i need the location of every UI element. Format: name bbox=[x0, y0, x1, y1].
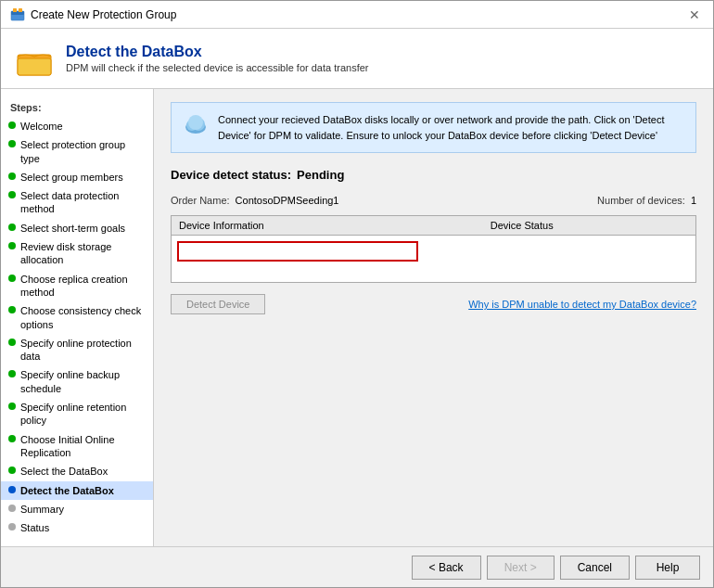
sidebar-item-select-databox[interactable]: Select the DataBox bbox=[1, 462, 153, 480]
sidebar-item-data-protection-method[interactable]: Select data protection method bbox=[1, 186, 153, 219]
sidebar-item-summary[interactable]: Summary bbox=[1, 500, 153, 518]
sidebar-item-online-retention[interactable]: Specify online retention policy bbox=[1, 398, 153, 430]
detect-device-button[interactable]: Detect Device bbox=[171, 294, 265, 314]
dot-replica-creation bbox=[8, 275, 16, 282]
steps-label: Steps: bbox=[1, 98, 153, 117]
dot-protection-group-type bbox=[8, 140, 16, 147]
sidebar-item-label-detect-databox: Detect the DataBox bbox=[20, 484, 114, 497]
device-input-field[interactable] bbox=[177, 241, 418, 262]
device-status-row: Device detect status: Pending bbox=[171, 168, 696, 182]
order-row: Order Name: ContosoDPMSeeding1 Number of… bbox=[171, 195, 696, 206]
num-devices-section: Number of devices: 1 bbox=[597, 195, 696, 206]
title-bar-text: Create New Protection Group bbox=[31, 8, 176, 21]
sidebar-item-label-online-backup-schedule: Specify online backup schedule bbox=[20, 368, 146, 395]
device-status-label: Device detect status: bbox=[171, 168, 291, 182]
header-section: Detect the DataBox DPM will check if the… bbox=[1, 29, 713, 89]
sidebar-item-protection-group-type[interactable]: Select protection group type bbox=[1, 135, 153, 168]
sidebar-item-short-term-goals[interactable]: Select short-term goals bbox=[1, 219, 153, 237]
dot-welcome bbox=[8, 121, 16, 129]
dot-consistency-check bbox=[8, 306, 16, 313]
dot-data-protection-method bbox=[8, 191, 16, 198]
device-status-value: Pending bbox=[297, 168, 344, 182]
sidebar-item-welcome[interactable]: Welcome bbox=[1, 117, 153, 135]
header-title: Detect the DataBox bbox=[66, 44, 368, 60]
table-col1: Device Information bbox=[172, 216, 483, 235]
sidebar-item-label-disk-storage: Review disk storage allocation bbox=[20, 240, 146, 267]
close-button[interactable]: ✕ bbox=[685, 7, 704, 22]
sidebar-item-disk-storage[interactable]: Review disk storage allocation bbox=[1, 237, 153, 270]
sidebar-item-status[interactable]: Status bbox=[1, 518, 153, 537]
window-icon bbox=[10, 7, 25, 22]
info-banner: Connect your recieved DataBox disks loca… bbox=[171, 102, 696, 153]
sidebar-item-label-status: Status bbox=[20, 521, 49, 534]
device-table-body bbox=[172, 236, 695, 282]
order-value: ContosoDPMSeeding1 bbox=[236, 195, 339, 206]
sidebar: Steps: Welcome Select protection group t… bbox=[1, 89, 154, 546]
dot-disk-storage bbox=[8, 242, 16, 249]
dot-detect-databox bbox=[8, 486, 16, 493]
sidebar-item-label-replica-creation: Choose replica creation method bbox=[20, 273, 146, 300]
sidebar-item-label-summary: Summary bbox=[20, 503, 64, 516]
dot-summary bbox=[8, 505, 16, 512]
sidebar-item-label-short-term-goals: Select short-term goals bbox=[20, 222, 125, 235]
sidebar-item-label-initial-online-replication: Choose Initial Online Replication bbox=[20, 433, 146, 460]
why-link[interactable]: Why is DPM unable to detect my DataBox d… bbox=[468, 299, 696, 310]
sidebar-item-label-group-members: Select group members bbox=[20, 171, 123, 184]
detect-button-row: Detect Device Why is DPM unable to detec… bbox=[171, 294, 696, 314]
next-button[interactable]: Next > bbox=[487, 556, 555, 580]
svg-rect-5 bbox=[18, 58, 51, 75]
dot-online-backup-schedule bbox=[8, 370, 16, 377]
main-window: Create New Protection Group ✕ Detect the… bbox=[0, 0, 714, 588]
dot-status bbox=[8, 523, 16, 530]
sidebar-item-group-members[interactable]: Select group members bbox=[1, 168, 153, 186]
dot-select-databox bbox=[8, 467, 16, 474]
title-bar-left: Create New Protection Group bbox=[10, 7, 176, 22]
dot-online-retention bbox=[8, 403, 16, 410]
back-button[interactable]: < Back bbox=[412, 556, 481, 580]
svg-point-9 bbox=[188, 115, 203, 130]
svg-rect-2 bbox=[13, 8, 17, 12]
main-panel: Connect your recieved DataBox disks loca… bbox=[154, 89, 713, 546]
table-col2: Device Status bbox=[483, 216, 695, 235]
header-icon bbox=[16, 40, 53, 77]
sidebar-item-label-protection-group-type: Select protection group type bbox=[20, 138, 146, 165]
dot-group-members bbox=[8, 173, 16, 180]
title-bar: Create New Protection Group ✕ bbox=[1, 1, 713, 29]
sidebar-item-replica-creation[interactable]: Choose replica creation method bbox=[1, 270, 153, 302]
svg-rect-3 bbox=[19, 8, 22, 12]
num-devices-label: Number of devices: bbox=[597, 195, 685, 206]
order-name-section: Order Name: ContosoDPMSeeding1 bbox=[171, 195, 338, 206]
sidebar-item-label-online-retention: Specify online retention policy bbox=[20, 401, 146, 428]
device-table: Device Information Device Status bbox=[171, 215, 696, 283]
header-subtitle: DPM will check if the selected device is… bbox=[66, 62, 368, 73]
sidebar-item-label-data-protection-method: Select data protection method bbox=[20, 189, 146, 216]
footer: < Back Next > Cancel Help bbox=[1, 546, 713, 587]
sidebar-item-detect-databox[interactable]: Detect the DataBox bbox=[1, 481, 153, 500]
dot-online-protection-data bbox=[8, 339, 16, 346]
device-table-header: Device Information Device Status bbox=[172, 216, 695, 236]
sidebar-item-label-select-databox: Select the DataBox bbox=[20, 465, 108, 478]
dot-short-term-goals bbox=[8, 224, 16, 231]
sidebar-item-label-welcome: Welcome bbox=[20, 120, 63, 133]
sidebar-item-initial-online-replication[interactable]: Choose Initial Online Replication bbox=[1, 430, 153, 463]
content-area: Steps: Welcome Select protection group t… bbox=[1, 89, 713, 546]
order-label: Order Name: bbox=[171, 195, 230, 206]
help-button[interactable]: Help bbox=[635, 556, 700, 580]
cancel-button[interactable]: Cancel bbox=[560, 556, 630, 580]
sidebar-item-label-consistency-check: Choose consistency check options bbox=[20, 304, 146, 331]
cloud-icon bbox=[183, 112, 209, 138]
num-devices-value: 1 bbox=[691, 195, 696, 206]
header-text: Detect the DataBox DPM will check if the… bbox=[66, 44, 368, 73]
dot-initial-online-replication bbox=[8, 435, 16, 442]
sidebar-item-consistency-check[interactable]: Choose consistency check options bbox=[1, 301, 153, 334]
info-banner-text: Connect your recieved DataBox disks loca… bbox=[218, 112, 684, 143]
sidebar-item-online-backup-schedule[interactable]: Specify online backup schedule bbox=[1, 365, 153, 398]
sidebar-item-online-protection-data[interactable]: Specify online protection data bbox=[1, 334, 153, 366]
sidebar-item-label-online-protection-data: Specify online protection data bbox=[20, 337, 146, 364]
